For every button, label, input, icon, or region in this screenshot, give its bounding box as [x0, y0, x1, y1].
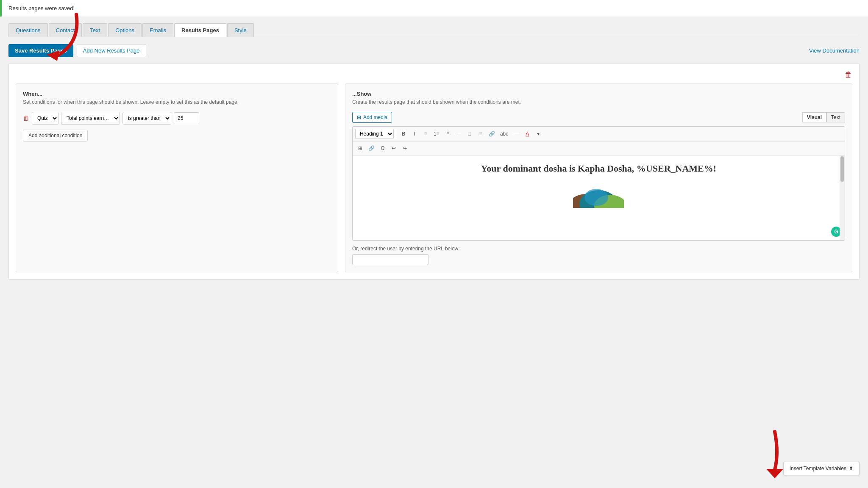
editor-main-text: Your dominant dosha is Kapha Dosha, %USE…	[359, 162, 838, 175]
results-page-card: 🗑 When... Set conditions for when this p…	[8, 63, 860, 280]
link-button[interactable]: 🔗	[487, 129, 497, 139]
visual-text-tabs: Visual Text	[802, 112, 845, 122]
save-results-pages-button[interactable]: Save Results Pages	[8, 44, 73, 57]
editor-topbar: ⊞ Add media Visual Text	[352, 112, 845, 123]
blockquote-button[interactable]: ❝	[442, 129, 453, 139]
toolbar-separator-1	[396, 130, 396, 138]
tab-options[interactable]: Options	[108, 23, 142, 37]
format-select[interactable]: Heading 1 Heading 2 Heading 3 Paragraph	[355, 129, 394, 139]
tab-contact[interactable]: Contact	[49, 23, 82, 37]
condition-threshold-input[interactable]	[174, 112, 199, 124]
when-heading: When...	[23, 91, 331, 97]
action-bar: Save Results Pages Add New Results Page …	[8, 44, 860, 57]
tab-text[interactable]: Text	[83, 23, 107, 37]
tab-visual[interactable]: Visual	[802, 112, 826, 122]
card-header: 🗑	[16, 70, 852, 79]
unordered-list-button[interactable]: ≡	[420, 129, 431, 139]
condition-metric-select[interactable]: Total points earn…	[61, 112, 120, 125]
tab-results-pages[interactable]: Results Pages	[174, 23, 226, 37]
when-column: When... Set conditions for when this pag…	[16, 83, 338, 272]
condition-source-select[interactable]: Quiz	[32, 112, 58, 125]
add-media-icon: ⊞	[357, 114, 361, 120]
when-subtext: Set conditions for when this page should…	[23, 99, 331, 106]
omega-button[interactable]: Ω	[378, 143, 388, 153]
hr2-button[interactable]: —	[511, 129, 521, 139]
tab-text-editor[interactable]: Text	[826, 112, 845, 122]
bold-button[interactable]: B	[398, 129, 409, 139]
tab-style[interactable]: Style	[227, 23, 254, 37]
add-new-results-page-button[interactable]: Add New Results Page	[77, 44, 146, 57]
redo-button[interactable]: ↪	[400, 143, 410, 153]
italic-button[interactable]: I	[409, 129, 420, 139]
strikethrough-button[interactable]: abc	[498, 129, 510, 139]
fullscreen-button[interactable]: □	[465, 129, 475, 139]
editor-wrapper: Heading 1 Heading 2 Heading 3 Paragraph …	[352, 126, 845, 241]
svg-point-4	[584, 189, 608, 206]
tab-emails[interactable]: Emails	[142, 23, 173, 37]
redirect-label: Or, redirect the user by entering the UR…	[352, 246, 845, 252]
undo-button[interactable]: ↩	[389, 143, 399, 153]
scrollbar-thumb	[840, 156, 844, 182]
editor-content-area[interactable]: Your dominant dosha is Kapha Dosha, %USE…	[353, 155, 845, 240]
success-notice: Results pages were saved!	[0, 0, 868, 17]
text-color-chevron[interactable]: ▾	[533, 129, 543, 139]
align-button[interactable]: ≡	[476, 129, 486, 139]
dosha-image-preview	[359, 180, 838, 208]
delete-card-icon[interactable]: 🗑	[845, 70, 852, 79]
toolbar-row-2: ⊞ 🔗 Ω ↩ ↪	[353, 141, 845, 155]
notice-text: Results pages were saved!	[8, 5, 75, 11]
tabs-wrapper: Questions Contact Text Options Emails Re…	[0, 17, 868, 37]
add-media-button[interactable]: ⊞ Add media	[352, 112, 392, 123]
condition-row: 🗑 Quiz Total points earn… is greater tha…	[23, 112, 331, 125]
delete-condition-icon[interactable]: 🗑	[23, 114, 29, 122]
dosha-svg	[573, 180, 624, 208]
scrollbar-track[interactable]	[840, 155, 845, 240]
show-heading: ...Show	[352, 91, 845, 97]
link2-button[interactable]: 🔗	[366, 143, 377, 153]
show-column: ...Show Create the results page that sho…	[345, 83, 852, 272]
action-bar-left: Save Results Pages Add New Results Page	[8, 44, 146, 57]
add-additional-condition-button[interactable]: Add additional condition	[23, 130, 88, 141]
redirect-area: Or, redirect the user by entering the UR…	[352, 246, 845, 265]
add-media-label: Add media	[363, 114, 387, 120]
hr-button[interactable]: —	[453, 129, 464, 139]
two-col-layout: When... Set conditions for when this pag…	[16, 83, 852, 272]
toolbar-row-1: Heading 1 Heading 2 Heading 3 Paragraph …	[353, 127, 845, 141]
show-subtext: Create the results page that should be s…	[352, 99, 845, 106]
text-color-button[interactable]: A	[522, 129, 532, 139]
view-documentation-link[interactable]: View Documentation	[809, 47, 860, 54]
redirect-url-input[interactable]	[352, 254, 428, 265]
condition-operator-select[interactable]: is greater than is less than is equal to	[122, 112, 171, 125]
media-toolbar-button[interactable]: ⊞	[355, 143, 365, 153]
ordered-list-button[interactable]: 1≡	[431, 129, 442, 139]
main-content: Save Results Pages Add New Results Page …	[0, 37, 868, 288]
tab-questions[interactable]: Questions	[8, 23, 48, 37]
tabs-container: Questions Contact Text Options Emails Re…	[8, 23, 860, 37]
